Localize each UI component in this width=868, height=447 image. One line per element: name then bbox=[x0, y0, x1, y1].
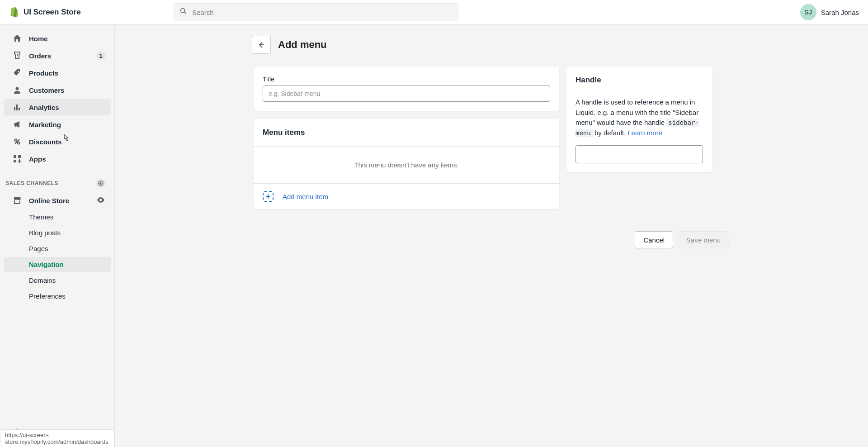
sidebar-item-label: Analytics bbox=[29, 104, 59, 111]
sidebar-item-orders[interactable]: Orders 1 bbox=[4, 48, 111, 64]
marketing-icon bbox=[13, 120, 22, 129]
add-icon bbox=[263, 191, 274, 202]
sidebar-item-online-store[interactable]: Online Store bbox=[4, 192, 111, 209]
menu-items-title: Menu items bbox=[254, 119, 559, 146]
add-menu-item-label: Add menu item bbox=[283, 193, 328, 200]
sidebar: Home Orders 1 Products Customers Analyti… bbox=[0, 25, 115, 447]
user-name: Sarah Jonas bbox=[821, 9, 859, 16]
products-icon bbox=[13, 68, 22, 77]
sidebar-item-customers[interactable]: Customers bbox=[4, 82, 111, 98]
user-menu[interactable]: SJ Sarah Jonas bbox=[800, 4, 859, 20]
footer-separator bbox=[254, 222, 729, 222]
apps-icon bbox=[13, 154, 22, 163]
handle-card: Handle A handle is used to reference a m… bbox=[566, 67, 712, 172]
sidebar-item-label: Customers bbox=[29, 86, 64, 94]
sidebar-item-label: Online Store bbox=[29, 197, 69, 204]
sidebar-item-marketing[interactable]: Marketing bbox=[4, 116, 111, 133]
search-icon bbox=[179, 7, 188, 17]
svg-rect-6 bbox=[14, 160, 16, 162]
back-button[interactable] bbox=[252, 36, 271, 54]
sidebar-item-discounts[interactable]: Discounts bbox=[4, 133, 111, 150]
menu-title-input[interactable] bbox=[263, 86, 550, 102]
svg-point-2 bbox=[15, 139, 17, 142]
avatar: SJ bbox=[800, 4, 816, 20]
svg-point-1 bbox=[16, 87, 19, 90]
svg-rect-5 bbox=[18, 155, 21, 158]
svg-rect-4 bbox=[14, 155, 16, 158]
svg-point-0 bbox=[18, 71, 19, 72]
sidebar-item-label: Home bbox=[29, 35, 48, 43]
handle-description: A handle is used to reference a menu in … bbox=[576, 97, 703, 138]
add-menu-item-button[interactable]: Add menu item bbox=[254, 183, 559, 209]
sub-item-pages[interactable]: Pages bbox=[4, 241, 111, 256]
sidebar-item-apps[interactable]: Apps bbox=[4, 151, 111, 167]
store-name: UI Screen Store bbox=[24, 8, 81, 17]
home-icon bbox=[13, 34, 22, 43]
search-bar[interactable] bbox=[174, 3, 458, 21]
status-bar-url: https://ui-screen-store.myshopify.com/ad… bbox=[0, 429, 114, 447]
customers-icon bbox=[13, 86, 22, 95]
sub-item-navigation[interactable]: Navigation bbox=[4, 257, 111, 272]
handle-title: Handle bbox=[576, 76, 703, 85]
sales-channels-header: SALES CHANNELS bbox=[0, 168, 114, 192]
shopify-logo-icon bbox=[7, 6, 19, 18]
sidebar-item-home[interactable]: Home bbox=[4, 30, 111, 47]
sub-item-blog-posts[interactable]: Blog posts bbox=[4, 225, 111, 240]
learn-more-link[interactable]: Learn more bbox=[627, 129, 662, 137]
title-label: Title bbox=[263, 76, 550, 83]
empty-message: This menu doesn't have any items. bbox=[254, 146, 559, 183]
orders-icon bbox=[13, 51, 22, 60]
sidebar-item-label: Apps bbox=[29, 155, 46, 163]
discounts-icon bbox=[13, 137, 22, 146]
sidebar-item-label: Orders bbox=[29, 52, 51, 60]
save-menu-button: Save menu bbox=[678, 231, 729, 248]
svg-point-3 bbox=[18, 142, 20, 144]
sub-item-preferences[interactable]: Preferences bbox=[4, 289, 111, 304]
add-channel-button[interactable] bbox=[96, 179, 105, 188]
sidebar-item-label: Marketing bbox=[29, 121, 61, 128]
title-card: Title bbox=[254, 67, 559, 111]
sub-item-domains[interactable]: Domains bbox=[4, 273, 111, 288]
store-icon bbox=[13, 196, 22, 205]
cancel-button[interactable]: Cancel bbox=[635, 231, 673, 248]
sales-channels-title: SALES CHANNELS bbox=[5, 180, 58, 186]
orders-badge: 1 bbox=[96, 51, 105, 60]
sidebar-item-label: Products bbox=[29, 69, 58, 77]
handle-input[interactable] bbox=[576, 145, 703, 163]
sidebar-item-products[interactable]: Products bbox=[4, 65, 111, 81]
sidebar-item-label: Discounts bbox=[29, 138, 62, 146]
analytics-icon bbox=[13, 103, 22, 112]
search-input[interactable] bbox=[192, 9, 453, 16]
sub-item-themes[interactable]: Themes bbox=[4, 209, 111, 224]
view-store-icon[interactable] bbox=[96, 195, 105, 206]
sidebar-item-analytics[interactable]: Analytics bbox=[4, 99, 111, 115]
page-title: Add menu bbox=[278, 39, 327, 51]
menu-items-card: Menu items This menu doesn't have any it… bbox=[254, 119, 559, 209]
